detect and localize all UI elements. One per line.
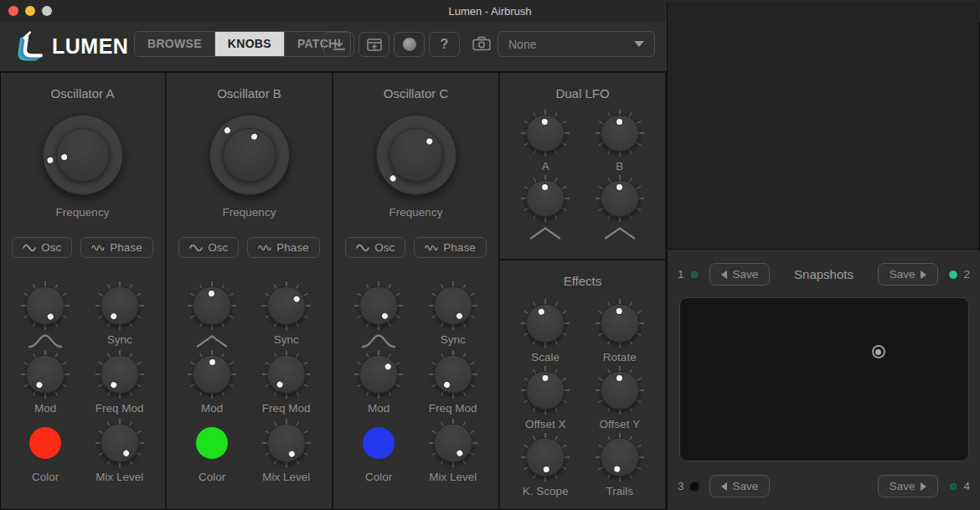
- oscillator-b-knob-grid: Sync Mod Freq Mod Color Mix Level: [167, 281, 332, 486]
- tab-browse[interactable]: BROWSE: [135, 32, 215, 56]
- sync-knob-cell: Sync: [250, 281, 324, 348]
- oscillator-a-title: Oscillator A: [0, 86, 165, 101]
- lfo-a-shape-knob[interactable]: [521, 175, 570, 222]
- color-swatch[interactable]: [363, 427, 395, 459]
- color-cell: Color: [175, 419, 250, 486]
- save-label: Save: [890, 268, 916, 281]
- oscillator-c-frequency-knob[interactable]: [376, 115, 456, 195]
- sync-knob[interactable]: [95, 281, 144, 330]
- phase-wave-button[interactable]: Phase: [247, 237, 319, 258]
- rotate-knob[interactable]: [596, 299, 644, 348]
- osc-button-label: Osc: [374, 241, 395, 254]
- triangle-left-icon: [721, 270, 727, 279]
- sphere-button[interactable]: [394, 32, 425, 57]
- oscillator-b-frequency-knob[interactable]: [209, 115, 290, 195]
- osc-wave-button[interactable]: Osc: [12, 237, 72, 258]
- mix-level-knob[interactable]: [95, 419, 144, 467]
- mix-level-knob[interactable]: [429, 419, 477, 467]
- osc-wave-button[interactable]: Osc: [345, 237, 405, 258]
- color-label: Color: [199, 469, 225, 486]
- mod-knob[interactable]: [354, 350, 403, 399]
- lumen-logo: LUMEN: [13, 29, 128, 63]
- mod-knob[interactable]: [21, 350, 70, 399]
- lfo-b-shape-cell: [583, 175, 658, 240]
- offset-x-knob[interactable]: [521, 366, 570, 415]
- trails-knob[interactable]: [596, 433, 644, 482]
- frequency-outer-ring[interactable]: [376, 115, 456, 195]
- snapshot-pad[interactable]: [679, 297, 969, 461]
- target-icon[interactable]: [872, 345, 885, 358]
- sphere-icon: [403, 38, 416, 51]
- mod-knob[interactable]: [188, 350, 236, 399]
- color-swatch[interactable]: [196, 427, 228, 459]
- freq-mod-knob[interactable]: [429, 350, 477, 399]
- frequency-inner-knob[interactable]: [223, 128, 276, 182]
- effects-grid: Scale Rotate Offset X Offset Y: [500, 299, 665, 500]
- sine-icon: [189, 244, 203, 252]
- save-slot-2-button[interactable]: Save: [878, 263, 939, 286]
- snapshot-camera-button[interactable]: [472, 36, 491, 51]
- frequency-inner-knob[interactable]: [389, 128, 443, 182]
- mod-knob-cell: Mod: [342, 350, 416, 417]
- freq-mod-knob[interactable]: [262, 350, 311, 399]
- sync-knob[interactable]: [262, 281, 311, 330]
- frequency-outer-ring[interactable]: [43, 115, 123, 195]
- save-slot-4-button[interactable]: Save: [878, 475, 939, 497]
- download-button[interactable]: [323, 32, 354, 57]
- main-panel: Oscillator A Frequency Osc Phase: [0, 73, 667, 510]
- triangle-wave-icon: [527, 225, 564, 240]
- lfo-a-shape-icon: [527, 224, 564, 240]
- save-slot-3-button[interactable]: Save: [709, 475, 771, 497]
- osc-wave-button[interactable]: Osc: [178, 237, 239, 258]
- color-swatch[interactable]: [29, 427, 61, 459]
- freq-mod-knob[interactable]: [95, 350, 144, 399]
- dropdown-arrow-icon: [634, 41, 644, 47]
- scale-knob[interactable]: [521, 299, 570, 348]
- phase-wave-button[interactable]: Phase: [80, 237, 152, 258]
- add-panel-button[interactable]: [358, 32, 389, 57]
- oscillator-a-frequency-knob[interactable]: [43, 115, 123, 195]
- sync-label: Sync: [441, 332, 466, 348]
- triangle-right-icon: [921, 270, 926, 279]
- trails-knob-cell: Trails: [583, 433, 658, 500]
- offset-y-knob[interactable]: [596, 366, 644, 415]
- mix-level-knob[interactable]: [262, 419, 311, 467]
- save-slot-1-button[interactable]: Save: [709, 263, 771, 286]
- lfo-b-rate-knob[interactable]: [596, 110, 644, 157]
- freq-mod-knob-cell: Freq Mod: [83, 350, 157, 417]
- offset-x-label: Offset X: [525, 416, 566, 433]
- knob-indicator-dot: [47, 157, 54, 164]
- lfo-a-shape-cell: [508, 175, 583, 240]
- snapshot-slot-1: 1: [678, 268, 699, 281]
- bell-curve-icon: [27, 333, 64, 348]
- triangle-wave-icon: [193, 333, 230, 348]
- triangle-left-icon: [721, 482, 727, 491]
- help-button[interactable]: ?: [429, 32, 460, 57]
- preset-dropdown[interactable]: None: [498, 31, 655, 57]
- sync-knob[interactable]: [429, 281, 477, 330]
- lfo-b-shape-knob[interactable]: [596, 175, 644, 222]
- download-icon: [333, 39, 346, 51]
- preset-value: None: [508, 38, 536, 51]
- mix-level-label: Mix Level: [262, 469, 310, 486]
- knob-indicator-dot: [250, 133, 256, 140]
- wave-shape-knob[interactable]: [354, 281, 403, 330]
- lfo-a-rate-knob[interactable]: [521, 110, 570, 157]
- save-label: Save: [733, 480, 759, 492]
- snapshot-slot-4: 4: [948, 480, 970, 492]
- effects-title: Effects: [500, 274, 665, 289]
- phase-icon: [258, 244, 271, 252]
- wave-shape-knob[interactable]: [188, 281, 236, 330]
- mix-level-knob-cell: Mix Level: [416, 419, 491, 486]
- wave-shape-knob-cell: [8, 281, 83, 348]
- phase-wave-button[interactable]: Phase: [414, 237, 486, 258]
- frequency-inner-knob[interactable]: [56, 128, 110, 182]
- tab-knobs[interactable]: KNOBS: [215, 32, 285, 56]
- frequency-outer-ring[interactable]: [209, 115, 290, 195]
- scale-knob-cell: Scale: [508, 299, 583, 366]
- wave-shape-knob[interactable]: [21, 281, 70, 330]
- kscope-knob[interactable]: [521, 433, 570, 482]
- lfo-b-shape-icon: [601, 224, 638, 240]
- freq-mod-knob-cell: Freq Mod: [250, 350, 324, 417]
- snapshots-footer: 3 Save Save 4: [668, 475, 980, 497]
